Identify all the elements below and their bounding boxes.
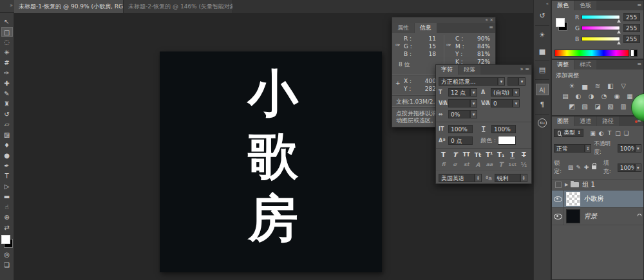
color-lookup-icon[interactable]: ▦ [626, 93, 634, 100]
magic-wand-tool-icon[interactable]: ✳ [1, 48, 13, 57]
ot-fractions-button[interactable]: ½ [519, 162, 529, 168]
tab-info[interactable]: 信息 [415, 23, 437, 33]
strikethrough-button[interactable]: T [519, 151, 529, 158]
threshold-icon[interactable]: ◪ [594, 103, 602, 111]
document-tab-inactive[interactable]: 未标题-2-恢复的 @ 146% (矢量智能对象, RGB/8) × [124, 0, 233, 13]
layer-name[interactable]: 小歌房 [584, 194, 603, 203]
filter-shape-layers-icon[interactable]: □ [614, 130, 622, 136]
fill-field[interactable]: 100% [618, 163, 635, 172]
kerning-dropdown-icon[interactable]: ▾ [470, 99, 477, 107]
antialias-spinner-icon[interactable]: ↕ [520, 174, 527, 182]
filter-smart-objects-icon[interactable]: ❏ [622, 130, 630, 136]
group-visibility-checkbox[interactable] [555, 182, 562, 188]
tab-color[interactable]: 颜色 [552, 1, 574, 10]
superscript-button[interactable]: T¹ [484, 151, 494, 158]
layer-thumbnail[interactable] [566, 192, 580, 206]
panel-menu-icon[interactable]: ≡ [637, 2, 641, 8]
g-slider-thumb[interactable] [617, 30, 621, 33]
tab-styles[interactable]: 样式 [574, 60, 596, 70]
collapse-icon[interactable]: « [486, 17, 488, 23]
blur-tool-icon[interactable]: ♦ [1, 140, 13, 150]
document-tab-active[interactable]: 未标题-1-恢复的 @ 90.9% (小歌房, RGB/8) * × [14, 0, 124, 13]
eyedropper-tool-icon[interactable]: ✑ [1, 68, 13, 78]
g-slider[interactable] [582, 26, 620, 30]
font-size-dropdown-icon[interactable]: ▾ [470, 88, 477, 97]
antialias-select[interactable]: 锐利 [495, 174, 520, 182]
paragraph-panel-icon[interactable]: ¶ [536, 99, 549, 111]
horizontal-scale-field[interactable]: 100% [491, 125, 516, 133]
foreground-background-swatches[interactable] [1, 235, 13, 248]
layer-thumbnail[interactable] [566, 209, 580, 223]
close-icon[interactable]: × [489, 17, 493, 23]
ot-discretionary-button[interactable]: st [462, 162, 471, 167]
curves-icon[interactable]: ≋ [594, 82, 602, 90]
panel-menu-icon[interactable]: » ≡ [520, 66, 529, 72]
tab-swatches[interactable]: 色板 [574, 1, 596, 10]
layer-name[interactable]: 背景 [584, 212, 597, 221]
vibrance-icon[interactable]: ▽ [620, 82, 628, 90]
tracking-field[interactable]: 0 [491, 99, 513, 107]
blend-mode-select[interactable]: 正常 [554, 144, 585, 153]
group-name[interactable]: 组 1 [582, 180, 595, 189]
gradient-tool-icon[interactable]: ▨ [1, 130, 13, 140]
dodge-tool-icon[interactable]: ● [1, 151, 13, 160]
tab-character[interactable]: 字符 [436, 65, 458, 75]
gradient-map-icon[interactable]: ▧ [607, 103, 615, 111]
ot-contextual-button[interactable]: σ [450, 162, 460, 167]
tab-layers[interactable]: 图层 [552, 117, 574, 126]
type-tool-icon[interactable]: T [1, 171, 13, 181]
canvas[interactable]: 小歌房 [160, 51, 382, 272]
lock-position-icon[interactable]: ✚ [582, 164, 590, 171]
tracking-dropdown-icon[interactable]: ▾ [513, 99, 520, 107]
layer-row-text[interactable]: 小歌房 [552, 191, 643, 208]
r-value-field[interactable]: 255 [623, 13, 640, 21]
foreground-color-swatch[interactable] [556, 18, 565, 27]
all-caps-button[interactable]: TT [462, 152, 471, 158]
healing-brush-tool-icon[interactable]: ✚ [1, 79, 13, 88]
r-slider[interactable] [582, 15, 620, 19]
font-style-field[interactable] [507, 77, 518, 86]
tab-adjustments[interactable]: 调整 [552, 60, 574, 70]
kerning-field[interactable] [448, 99, 470, 107]
history-panel-icon[interactable]: ↺ [536, 10, 549, 22]
tab-paths[interactable]: 路径 [597, 117, 619, 126]
ot-titling-button[interactable]: T [496, 161, 506, 168]
vertical-scale-field[interactable]: 100% [448, 125, 473, 133]
tab-paragraph[interactable]: 段落 [459, 65, 480, 75]
move-tool-icon[interactable]: ↖ [1, 17, 13, 26]
opacity-field[interactable]: 100% [618, 144, 635, 153]
language-select[interactable]: 美国英语 [439, 174, 475, 182]
zoom-tool-icon[interactable]: ⊕ [1, 212, 13, 222]
notes-panel-icon[interactable]: ▤ [536, 64, 549, 76]
swap-colors-icon[interactable]: ⇄ [1, 223, 13, 232]
proportional-spacing-field[interactable]: 0% [448, 110, 470, 118]
panel-menu-icon[interactable]: ≡ [489, 24, 493, 30]
layer-filter-type-select[interactable]: 类型 ↕ [554, 129, 583, 137]
selective-color-icon[interactable]: ▥ [620, 103, 628, 111]
hand-tool-icon[interactable]: ☝ [1, 202, 13, 212]
leading-dropdown-icon[interactable]: ▾ [513, 88, 520, 97]
r-slider-thumb[interactable] [617, 19, 621, 23]
layer-visibility-toggle[interactable] [552, 191, 564, 207]
opacity-dropdown-icon[interactable]: ▾ [635, 144, 642, 153]
filter-adjustment-layers-icon[interactable]: ◐ [597, 130, 605, 136]
lasso-tool-icon[interactable]: ◌ [1, 37, 13, 47]
text-color-swatch[interactable] [498, 136, 516, 145]
language-spinner-icon[interactable]: ↕ [475, 174, 482, 182]
ot-stylistic-alternates-button[interactable]: aa [484, 162, 494, 167]
color-spectrum-ramp[interactable] [554, 50, 629, 57]
ot-ordinals-button[interactable]: 1st [507, 162, 517, 167]
layer-visibility-toggle[interactable] [552, 208, 564, 225]
tab-channels[interactable]: 通道 [574, 117, 596, 126]
color-panel-swatches[interactable] [556, 18, 567, 31]
invert-icon[interactable]: ◩ [568, 103, 576, 111]
toolbox-collapse-button[interactable]: » [0, 0, 14, 13]
histogram-panel-icon[interactable]: ▅ [536, 45, 549, 57]
crop-tool-icon[interactable]: # [1, 58, 13, 68]
levels-icon[interactable]: ▅ [581, 82, 589, 90]
history-brush-tool-icon[interactable]: ↺ [1, 109, 13, 119]
leading-field[interactable]: (自动) [491, 88, 513, 97]
screen-mode-icon[interactable]: ❏ [1, 260, 13, 270]
lock-pixels-icon[interactable]: ✎ [574, 164, 582, 171]
blend-mode-spinner-icon[interactable]: ↕ [585, 144, 592, 153]
